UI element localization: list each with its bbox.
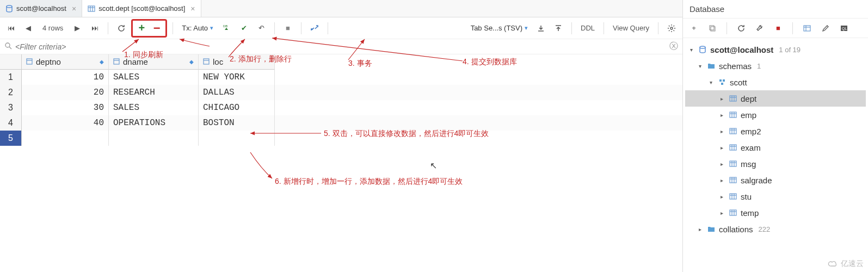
tree-table-dept[interactable]: ▸dept bbox=[685, 90, 866, 107]
settings-icon[interactable] bbox=[664, 21, 679, 36]
table-view-icon[interactable] bbox=[799, 21, 815, 36]
table-icon bbox=[729, 192, 737, 201]
tree-table-label: salgrade bbox=[741, 176, 772, 185]
tree-table-label: exam bbox=[741, 143, 761, 152]
tree-table-label: temp bbox=[741, 208, 759, 218]
cell-dname[interactable]: OPERATIONS bbox=[109, 115, 199, 131]
clear-filter-icon[interactable]: ⓧ bbox=[669, 41, 678, 52]
refresh-icon[interactable] bbox=[734, 21, 749, 36]
table-row[interactable]: 330SALESCHICAGO bbox=[0, 100, 682, 115]
chevron-right-icon: ▸ bbox=[718, 112, 725, 118]
tree-schemas[interactable]: ▾ schemas 1 bbox=[685, 58, 866, 74]
tree-table-label: msg bbox=[741, 159, 756, 169]
svg-point-0 bbox=[7, 5, 12, 8]
close-icon[interactable]: × bbox=[72, 4, 76, 13]
separator bbox=[792, 22, 793, 34]
edit-icon[interactable] bbox=[818, 21, 833, 36]
import-up-icon[interactable] bbox=[551, 21, 566, 36]
svg-point-6 bbox=[670, 27, 673, 29]
cell-deptno[interactable]: 20 bbox=[22, 85, 109, 100]
export-format-dropdown[interactable]: Tab Se...s (TSV) ▾ bbox=[467, 24, 531, 32]
view-query-button[interactable]: View Query bbox=[610, 21, 652, 36]
cell-dname[interactable]: RESEARCH bbox=[109, 85, 199, 100]
tab-label: scott.dept [scott@localhost] bbox=[99, 4, 185, 13]
svg-rect-13 bbox=[204, 59, 209, 64]
prev-page-icon[interactable]: ◀ bbox=[21, 21, 36, 36]
svg-rect-25 bbox=[721, 83, 723, 85]
submit-icon[interactable]: ✔ bbox=[236, 21, 251, 36]
revert-icon[interactable]: ↶ bbox=[254, 21, 269, 36]
svg-rect-42 bbox=[730, 161, 736, 166]
first-page-icon[interactable]: ⏮ bbox=[3, 21, 19, 36]
database-icon bbox=[5, 5, 13, 13]
tree-table-label: emp bbox=[741, 110, 756, 120]
wrench-icon[interactable] bbox=[752, 21, 767, 36]
ddl-button[interactable]: DDL bbox=[577, 21, 598, 36]
tx-mode-dropdown[interactable]: Tx: Auto ▾ bbox=[178, 24, 217, 32]
stop-icon[interactable]: ■ bbox=[280, 21, 296, 36]
cell-dname[interactable] bbox=[109, 131, 199, 146]
rownum-cell[interactable]: 5 bbox=[0, 131, 22, 146]
tree-table-temp[interactable]: ▸temp bbox=[685, 205, 866, 221]
cell-loc[interactable]: NEW YORK bbox=[199, 70, 275, 85]
next-page-icon[interactable]: ▶ bbox=[70, 21, 85, 36]
commit-db-icon[interactable]: DB bbox=[219, 21, 234, 36]
tab-table[interactable]: scott.dept [scott@localhost] × bbox=[82, 0, 201, 17]
cell-deptno[interactable]: 40 bbox=[22, 115, 109, 131]
cell-deptno[interactable]: 10 bbox=[22, 70, 109, 85]
cell-loc[interactable]: CHICAGO bbox=[199, 100, 275, 115]
table-icon bbox=[729, 159, 737, 168]
new-icon[interactable]: + bbox=[686, 21, 701, 36]
remove-row-button[interactable]: − bbox=[149, 21, 164, 36]
table-icon bbox=[729, 208, 737, 217]
separator bbox=[604, 22, 604, 34]
refresh-icon[interactable] bbox=[114, 21, 129, 36]
separator bbox=[571, 22, 572, 34]
sort-indicator-icon: ◆ bbox=[189, 59, 194, 65]
column-icon bbox=[26, 58, 34, 66]
tree-table-stu[interactable]: ▸stu bbox=[685, 188, 866, 205]
tree-table-msg[interactable]: ▸msg bbox=[685, 156, 866, 172]
tree-table-salgrade[interactable]: ▸salgrade bbox=[685, 172, 866, 188]
add-row-button[interactable]: + bbox=[134, 21, 149, 36]
cell-loc[interactable]: DALLAS bbox=[199, 85, 275, 100]
tree-collations[interactable]: ▸ collations 222 bbox=[685, 221, 866, 237]
table-row[interactable]: 220RESEARCHDALLAS bbox=[0, 85, 682, 100]
table-row[interactable]: 5 bbox=[0, 131, 682, 146]
column-header-dname[interactable]: dname ◆ bbox=[109, 54, 199, 70]
column-header-loc[interactable]: loc bbox=[199, 54, 275, 70]
last-page-icon[interactable]: ⏭ bbox=[87, 21, 102, 36]
rownum-header[interactable] bbox=[0, 54, 22, 70]
tree-table-exam[interactable]: ▸exam bbox=[685, 139, 866, 156]
column-header-deptno[interactable]: deptno ◆ bbox=[22, 54, 109, 70]
database-panel-title: Database bbox=[683, 0, 868, 18]
filter-input[interactable] bbox=[15, 42, 666, 51]
stop-icon[interactable]: ■ bbox=[771, 21, 786, 36]
cell-dname[interactable]: SALES bbox=[109, 70, 199, 85]
rownum-cell[interactable]: 2 bbox=[0, 85, 22, 100]
cell-deptno[interactable] bbox=[22, 131, 109, 146]
tree-table-emp[interactable]: ▸emp bbox=[685, 107, 866, 123]
table-row[interactable]: 440OPERATIONSBOSTON bbox=[0, 115, 682, 131]
cell-dname[interactable]: SALES bbox=[109, 100, 199, 115]
compare-icon[interactable] bbox=[307, 21, 322, 36]
tab-connection[interactable]: scott@localhost × bbox=[0, 0, 82, 17]
result-toolbar: ⏮ ◀ 4 rows ▶ ⏭ + − Tx: Auto ▾ DB ✔ ↶ bbox=[0, 17, 682, 39]
tree-schema-scott[interactable]: ▾ scott bbox=[685, 74, 866, 90]
tree-datasource[interactable]: ▾ scott@localhost 1 of 19 bbox=[685, 41, 866, 58]
tree-table-emp2[interactable]: ▸emp2 bbox=[685, 123, 866, 139]
table-row[interactable]: 110SALESNEW YORK bbox=[0, 70, 682, 85]
export-down-icon[interactable] bbox=[533, 21, 549, 36]
rownum-cell[interactable]: 4 bbox=[0, 115, 22, 131]
rownum-cell[interactable]: 1 bbox=[0, 70, 22, 85]
separator bbox=[173, 22, 173, 34]
table-icon bbox=[729, 127, 737, 135]
close-icon[interactable]: × bbox=[190, 4, 195, 13]
cell-loc[interactable] bbox=[199, 131, 275, 146]
cell-deptno[interactable]: 30 bbox=[22, 100, 109, 115]
svg-rect-34 bbox=[730, 128, 736, 134]
duplicate-icon[interactable] bbox=[705, 21, 720, 36]
rownum-cell[interactable]: 3 bbox=[0, 100, 22, 115]
console-icon[interactable]: QL bbox=[836, 21, 852, 36]
cell-loc[interactable]: BOSTON bbox=[199, 115, 275, 131]
